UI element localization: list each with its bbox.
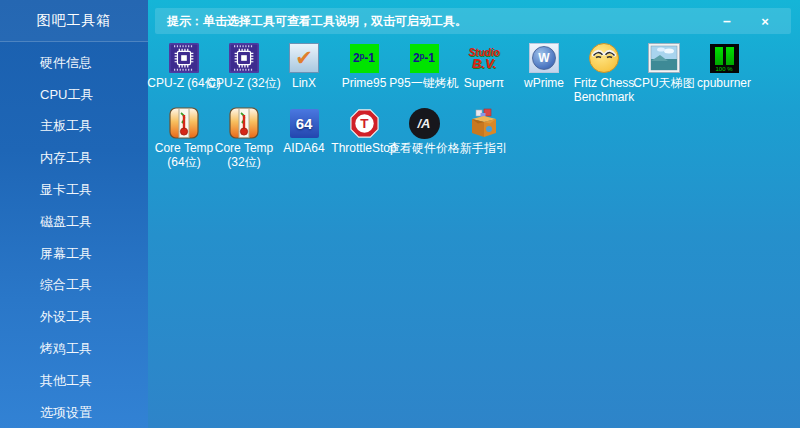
open-box-icon [468,107,500,139]
sidebar-item-label: 硬件信息 [40,54,92,72]
sidebar-item-motherboard-tools[interactable]: 主板工具 [0,111,148,143]
tool-cpuz-64[interactable]: CPU-Z (64位) [154,42,214,91]
tool-aida64[interactable]: 64 AIDA64 [274,107,334,156]
sidebar-item-label: CPU工具 [40,86,93,104]
mersenne-formula-icon: 2ᵖ-1 [408,42,440,74]
tool-fritz-chess[interactable]: Fritz ChessBenchmark [574,42,634,104]
header-bar: 提示：单击选择工具可查看工具说明，双击可启动工具。 – × [155,8,791,34]
tool-hw-price[interactable]: /A 查看硬件价格 [394,107,454,156]
sidebar-item-memory-tools[interactable]: 内存工具 [0,142,148,174]
sidebar-item-label: 综合工具 [40,276,92,294]
sidebar-item-other-tools[interactable]: 其他工具 [0,365,148,397]
cpuz-chip-icon [228,42,260,74]
app-window: 图吧工具箱 硬件信息 CPU工具 主板工具 内存工具 显卡工具 磁盘工具 屏幕工… [0,0,800,428]
sidebar-item-label: 其他工具 [40,372,92,390]
tool-label: P95一键烤机 [389,77,458,91]
tool-label: ThrottleStop [331,142,396,156]
tool-superpi[interactable]: Studio B.V. Superπ [454,42,514,91]
tool-label: LinX [292,77,316,91]
tool-grid: CPU-Z (64位) [154,42,754,172]
app-title: 图吧工具箱 [0,0,148,42]
tool-coretemp-64[interactable]: Core Temp(64位) [154,107,214,169]
close-button[interactable]: × [757,15,773,28]
tool-label: 新手指引 [460,142,508,156]
sidebar-item-gpu-tools[interactable]: 显卡工具 [0,174,148,206]
svg-text:T: T [360,116,369,131]
tool-prime95[interactable]: 2ᵖ-1 Prime95 [334,42,394,91]
tool-label: Prime95 [342,77,387,91]
sidebar-item-peripheral-tools[interactable]: 外设工具 [0,301,148,333]
tool-label: CPU-Z (32位) [207,77,280,91]
tool-row-1: CPU-Z (64位) [154,42,754,107]
minimize-button[interactable]: – [719,15,735,28]
tool-cpuz-32[interactable]: CPU-Z (32位) [214,42,274,91]
tool-cpuburner[interactable]: 100 % cpuburner [694,42,754,91]
sidebar-item-label: 屏幕工具 [40,245,92,263]
tool-linx[interactable]: ✔ LinX [274,42,334,91]
tool-p95-bake[interactable]: 2ᵖ-1 P95一键烤机 [394,42,454,91]
sidebar-item-label: 主板工具 [40,117,92,135]
main-panel: 提示：单击选择工具可查看工具说明，双击可启动工具。 – × [148,0,800,428]
window-controls: – × [719,15,779,28]
tool-label: Fritz ChessBenchmark [574,77,635,104]
sidebar-item-label: 选项设置 [40,404,92,422]
tool-label: Core Temp(32位) [215,142,273,169]
stop-sign-icon: T [348,107,380,139]
checkmark-icon: ✔ [288,42,320,74]
landscape-photo-icon [648,42,680,74]
w-circle-icon: W [528,42,560,74]
sidebar-item-label: 烤鸡工具 [40,340,92,358]
studio-bv-text-icon: Studio B.V. [468,42,500,74]
tool-label: wPrime [524,77,564,91]
sidebar-item-label: 显卡工具 [40,181,92,199]
tool-label: AIDA64 [283,142,324,156]
sidebar-item-综合-tools[interactable]: 综合工具 [0,270,148,302]
tool-label: CPU天梯图 [633,77,694,91]
sidebar-menu: 硬件信息 CPU工具 主板工具 内存工具 显卡工具 磁盘工具 屏幕工具 综合工具… [0,42,148,428]
tool-row-2: Core Temp(64位) [154,107,754,172]
sidebar-item-stresstest-tools[interactable]: 烤鸡工具 [0,333,148,365]
green-bars-icon: 100 % [708,42,740,74]
tool-label: cpuburner [697,77,751,91]
sidebar-item-hardware-info[interactable]: 硬件信息 [0,47,148,79]
tool-label: 查看硬件价格 [388,142,460,156]
mersenne-formula-icon: 2ᵖ-1 [348,42,380,74]
smiley-face-icon [588,42,620,74]
aida64-icon: 64 [288,107,320,139]
slash-a-circle-icon: /A [408,107,440,139]
tool-wprime[interactable]: W wPrime [514,42,574,91]
thermometer-icon [168,107,200,139]
sidebar-item-label: 磁盘工具 [40,213,92,231]
tool-throttlestop[interactable]: T ThrottleStop [334,107,394,156]
sidebar-item-label: 外设工具 [40,308,92,326]
sidebar-item-screen-tools[interactable]: 屏幕工具 [0,238,148,270]
tool-label: Core Temp(64位) [155,142,213,169]
tool-newbie-guide[interactable]: 新手指引 [454,107,514,156]
tool-label: Superπ [464,77,504,91]
sidebar-item-cpu-tools[interactable]: CPU工具 [0,79,148,111]
sidebar: 图吧工具箱 硬件信息 CPU工具 主板工具 内存工具 显卡工具 磁盘工具 屏幕工… [0,0,148,428]
sidebar-item-settings[interactable]: 选项设置 [0,397,148,428]
tool-cpu-ladder[interactable]: CPU天梯图 [634,42,694,91]
tool-coretemp-32[interactable]: Core Temp(32位) [214,107,274,169]
thermometer-icon [228,107,260,139]
sidebar-item-disk-tools[interactable]: 磁盘工具 [0,206,148,238]
tip-text: 提示：单击选择工具可查看工具说明，双击可启动工具。 [167,13,467,30]
cpuz-chip-icon [168,42,200,74]
sidebar-item-label: 内存工具 [40,149,92,167]
